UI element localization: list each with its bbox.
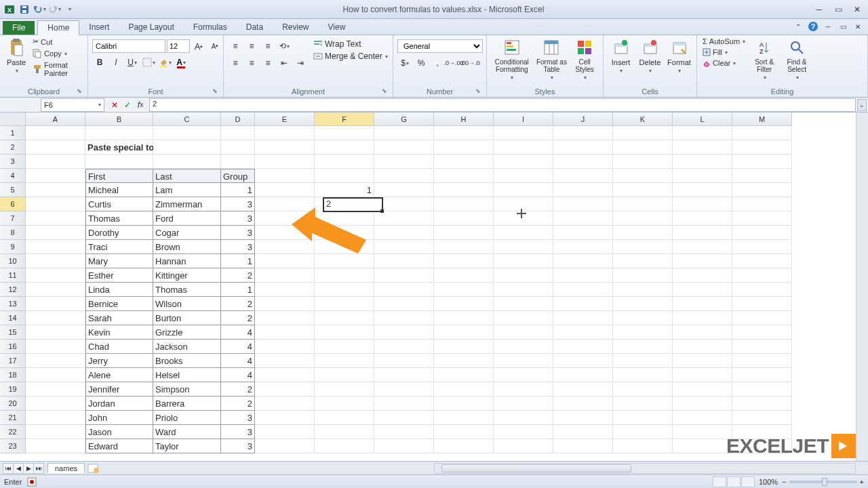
cell[interactable] — [613, 382, 673, 396]
cell[interactable]: Mary — [85, 254, 153, 268]
cell[interactable] — [732, 169, 792, 183]
cell[interactable] — [315, 297, 374, 311]
cell[interactable] — [732, 311, 792, 325]
close-icon[interactable]: ✕ — [849, 3, 865, 16]
cell[interactable] — [553, 325, 613, 340]
tab-file[interactable]: File — [3, 21, 35, 35]
number-format-select[interactable]: General — [397, 39, 483, 53]
cell[interactable] — [613, 297, 673, 311]
cell[interactable] — [613, 425, 673, 439]
cell[interactable]: 3 — [221, 240, 255, 254]
cell[interactable] — [26, 254, 85, 268]
cell[interactable] — [673, 425, 732, 439]
cell[interactable]: Micheal — [85, 183, 153, 197]
cell[interactable] — [553, 368, 613, 382]
cell[interactable] — [494, 126, 553, 140]
sheet-nav-first-icon[interactable]: ⏮ — [3, 463, 14, 474]
cell[interactable] — [732, 382, 792, 396]
row-header[interactable]: 13 — [0, 297, 26, 311]
cell[interactable] — [221, 140, 255, 155]
cell[interactable] — [494, 368, 553, 382]
tab-data[interactable]: Data — [237, 20, 273, 35]
cell-area[interactable]: Paste special to convert formulas to val… — [26, 126, 792, 453]
vertical-scrollbar[interactable] — [856, 113, 868, 472]
format-cells-button[interactable]: Format▾ — [666, 37, 692, 75]
cell[interactable] — [374, 411, 434, 425]
cell[interactable] — [85, 155, 153, 169]
insert-cells-button[interactable]: Insert▾ — [608, 37, 634, 75]
cell[interactable] — [255, 439, 315, 453]
cell[interactable] — [434, 382, 494, 396]
cell[interactable]: 2 — [221, 382, 255, 396]
cell[interactable]: Brown — [153, 240, 221, 254]
cell[interactable] — [553, 396, 613, 411]
cell[interactable] — [613, 183, 673, 197]
copy-button[interactable]: Copy▾ — [31, 48, 83, 59]
cell[interactable] — [613, 169, 673, 183]
column-header[interactable]: D — [221, 113, 255, 126]
row-header[interactable]: 22 — [0, 425, 26, 439]
cell[interactable]: 1 — [221, 254, 255, 268]
cell[interactable] — [494, 325, 553, 340]
cell[interactable] — [374, 240, 434, 254]
cell[interactable] — [673, 155, 732, 169]
cell[interactable] — [315, 311, 374, 325]
cell[interactable] — [255, 382, 315, 396]
cell[interactable]: 4 — [221, 340, 255, 354]
grow-font-icon[interactable]: A▴ — [191, 39, 206, 53]
cell[interactable] — [26, 197, 85, 211]
cell[interactable] — [673, 140, 732, 155]
cell[interactable] — [374, 439, 434, 453]
cell[interactable] — [315, 254, 374, 268]
cell[interactable] — [732, 226, 792, 240]
maximize-icon[interactable]: ▭ — [830, 3, 846, 16]
zoom-out-icon[interactable]: − — [782, 478, 786, 486]
cell[interactable] — [374, 283, 434, 297]
cell[interactable] — [434, 155, 494, 169]
cell[interactable] — [374, 325, 434, 340]
cell[interactable]: Zimmerman — [153, 197, 221, 211]
cell[interactable] — [255, 268, 315, 283]
row-header[interactable]: 21 — [0, 411, 26, 425]
cell[interactable] — [553, 439, 613, 453]
row-header[interactable]: 18 — [0, 368, 26, 382]
underline-button[interactable]: U▾ — [125, 56, 140, 69]
cell[interactable] — [374, 211, 434, 226]
cell[interactable] — [494, 240, 553, 254]
cell[interactable]: 3 — [221, 411, 255, 425]
cell[interactable] — [434, 226, 494, 240]
cell[interactable] — [315, 439, 374, 453]
row-header[interactable]: 19 — [0, 382, 26, 396]
cell[interactable] — [255, 396, 315, 411]
cell[interactable] — [732, 396, 792, 411]
cell[interactable] — [673, 197, 732, 211]
increase-decimal-icon[interactable]: .0→.00 — [446, 56, 461, 70]
undo-icon[interactable]: ▾ — [33, 3, 46, 16]
cell[interactable] — [434, 240, 494, 254]
cell[interactable]: 4 — [221, 368, 255, 382]
cell[interactable]: Last — [153, 169, 221, 183]
cell[interactable] — [613, 439, 673, 453]
cell[interactable]: First — [85, 169, 153, 183]
macro-record-icon[interactable] — [27, 477, 37, 487]
cell[interactable] — [315, 169, 374, 183]
cell[interactable] — [613, 197, 673, 211]
fill-handle[interactable] — [380, 209, 384, 213]
cell[interactable] — [613, 211, 673, 226]
cell[interactable]: Jason — [85, 425, 153, 439]
cell[interactable] — [255, 325, 315, 340]
cell[interactable] — [553, 354, 613, 368]
cell[interactable] — [494, 169, 553, 183]
cell[interactable] — [434, 368, 494, 382]
cell[interactable]: Lam — [153, 183, 221, 197]
cell[interactable]: 2 — [221, 311, 255, 325]
cell[interactable] — [613, 396, 673, 411]
cell[interactable] — [153, 155, 221, 169]
cell[interactable]: 2 — [221, 297, 255, 311]
row-header[interactable]: 20 — [0, 396, 26, 411]
cell[interactable] — [553, 240, 613, 254]
currency-icon[interactable]: $▾ — [397, 56, 412, 70]
cell[interactable] — [255, 354, 315, 368]
cell[interactable]: 3 — [221, 211, 255, 226]
cell[interactable] — [374, 425, 434, 439]
